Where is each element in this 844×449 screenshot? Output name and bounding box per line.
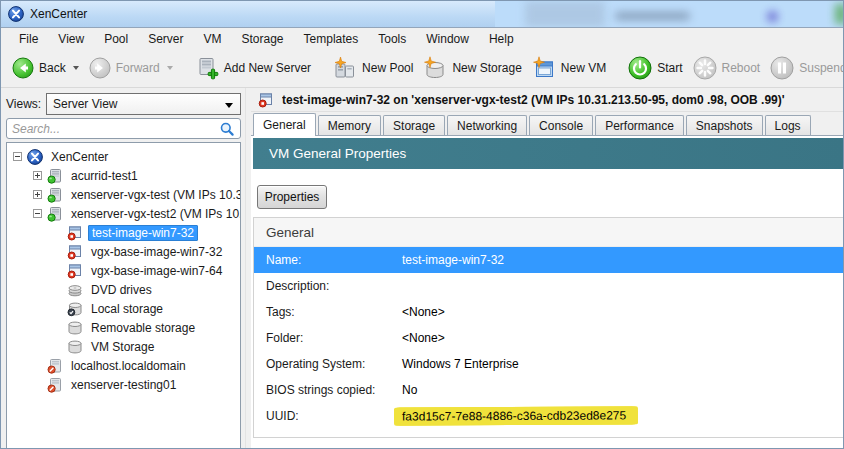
views-dropdown[interactable]: Server View [46,93,241,115]
menu-pool[interactable]: Pool [94,30,138,48]
back-button[interactable]: Back [7,54,84,82]
tree-item[interactable]: vgx-base-image-win7-64 [7,261,240,280]
back-dropdown-caret[interactable] [73,66,79,70]
tree-item-label: Removable storage [88,320,198,336]
search-placeholder: Search... [12,122,219,136]
menu-window[interactable]: Window [416,30,479,48]
menu-file[interactable]: File [9,30,48,48]
tree-item[interactable]: xenserver-vgx-test (VM IPs 10.31.2 [7,185,240,204]
add-server-icon [195,56,219,80]
reboot-button[interactable]: Reboot [688,53,766,83]
new-pool-label: New Pool [362,61,413,75]
tree-item-label: acurrid-test1 [68,168,141,184]
back-label: Back [39,61,66,75]
uuid-value-highlighted: fa3d15c7-7e88-4886-c36a-cdb23ed8e275 [396,406,636,425]
tree-item-label: vgx-base-image-win7-64 [88,263,225,279]
add-new-server-button[interactable]: Add New Server [190,53,316,83]
collapse-icon[interactable] [13,152,22,161]
property-label: Name: [266,253,402,267]
menu-tools[interactable]: Tools [368,30,416,48]
new-vm-label: New VM [561,61,606,75]
suspend-button[interactable]: Suspend [765,53,844,83]
general-tab-page: VM General Properties Properties General… [251,136,844,449]
property-label: Description: [266,279,402,293]
new-pool-button[interactable]: New Pool [328,53,418,83]
expand-icon[interactable] [33,190,42,199]
start-icon [628,56,652,80]
tree-item[interactable]: acurrid-test1 [7,166,240,185]
new-vm-button[interactable]: New VM [527,53,611,83]
property-row[interactable]: BIOS strings copied:No [254,377,843,403]
tree-item[interactable]: localhost.localdomain [7,356,240,375]
new-storage-label: New Storage [452,61,521,75]
forward-dropdown-caret[interactable] [167,66,173,70]
tree-item-label: xenserver-vgx-test2 (VM IPs 10.31 [68,206,240,222]
storage-icon [67,320,83,336]
menu-help[interactable]: Help [479,30,524,48]
search-input[interactable]: Search... [6,118,241,139]
tree-item-label: test-image-win7-32 [88,225,198,241]
tab-storage[interactable]: Storage [383,115,445,135]
vm-stopped-icon [67,244,83,260]
tab-general[interactable]: General [253,113,316,136]
banner-title: VM General Properties [269,146,406,161]
menu-view[interactable]: View [48,30,94,48]
xencenter-icon [27,149,43,165]
tree-item[interactable]: Local storage [7,299,240,318]
vm-stopped-icon [258,92,274,108]
property-row[interactable]: Name:test-image-win7-32 [254,247,843,273]
property-row[interactable]: Folder:<None> [254,325,843,351]
menu-server[interactable]: Server [138,30,193,48]
search-icon[interactable] [219,121,235,137]
menu-templates[interactable]: Templates [294,30,369,48]
property-row[interactable]: Description: [254,273,843,299]
tab-networking[interactable]: Networking [447,115,527,135]
title-bar: XenCenter [1,1,844,28]
tree-item[interactable]: VM Storage [7,337,240,356]
content-pane: test-image-win7-32 on 'xenserver-vgx-tes… [251,88,844,449]
tree-item[interactable]: XenCenter [7,147,240,166]
property-row[interactable]: UUID:fa3d15c7-7e88-4886-c36a-cdb23ed8e27… [254,403,843,429]
menu-storage[interactable]: Storage [232,30,294,48]
general-section-title: General [254,218,843,247]
tab-logs[interactable]: Logs [765,115,811,135]
property-value: No [402,383,417,397]
views-label: Views: [6,97,46,111]
tree-item[interactable]: DVD drives [7,280,240,299]
property-label: BIOS strings copied: [266,383,402,397]
tab-console[interactable]: Console [529,115,593,135]
tree-item[interactable]: vgx-base-image-win7-32 [7,242,240,261]
tab-snapshots[interactable]: Snapshots [686,115,763,135]
forward-icon [89,57,111,79]
properties-button[interactable]: Properties [257,185,327,209]
property-label: Operating System: [266,357,402,371]
vm-stopped-icon [67,263,83,279]
tree-item[interactable]: xenserver-testing01 [7,375,240,394]
forward-button[interactable]: Forward [84,54,178,82]
app-icon [8,6,24,22]
page-banner: VM General Properties [253,138,844,169]
server-on-icon [47,206,63,222]
suspend-icon [770,56,794,80]
menu-vm[interactable]: VM [194,30,232,48]
suspend-label: Suspend [799,61,844,75]
tree-item[interactable]: Removable storage [7,318,240,337]
server-tree: XenCenteracurrid-test1xenserver-vgx-test… [6,142,241,449]
xencenter-window: XenCenter FileViewPoolServerVMStorageTem… [0,0,844,449]
menu-bar: FileViewPoolServerVMStorageTemplatesTool… [1,28,844,49]
tree-item[interactable]: xenserver-vgx-test2 (VM IPs 10.31 [7,204,240,223]
new-storage-button[interactable]: New Storage [418,53,526,83]
tree-item[interactable]: test-image-win7-32 [7,223,240,242]
start-button[interactable]: Start [623,53,687,83]
tree-item-label: XenCenter [48,149,111,165]
tab-performance[interactable]: Performance [595,115,684,135]
property-row[interactable]: Operating System:Windows 7 Enterprise [254,351,843,377]
toolbar: Back Forward Add New Server New Pool New… [1,49,844,88]
property-row[interactable]: Tags:<None> [254,299,843,325]
collapse-icon[interactable] [33,209,42,218]
expand-icon[interactable] [33,171,42,180]
storage-icon [67,339,83,355]
object-title: test-image-win7-32 on 'xenserver-vgx-tes… [282,93,785,107]
general-section: General Name:test-image-win7-32Descripti… [253,217,844,438]
tab-memory[interactable]: Memory [318,115,381,135]
